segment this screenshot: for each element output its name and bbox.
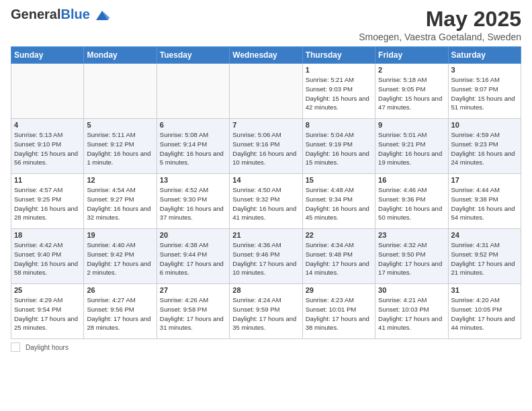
- calendar-cell: 3Sunrise: 5:16 AM Sunset: 9:07 PM Daylig…: [448, 64, 521, 119]
- day-number: 7: [232, 121, 299, 129]
- calendar-cell: 26Sunrise: 4:27 AM Sunset: 9:56 PM Dayli…: [84, 284, 157, 339]
- calendar-cell: 24Sunrise: 4:31 AM Sunset: 9:52 PM Dayli…: [448, 229, 521, 284]
- title-block: May 2025 Smoegen, Vaestra Goetaland, Swe…: [359, 7, 521, 42]
- day-number: 27: [160, 286, 226, 294]
- calendar-cell: 9Sunrise: 5:01 AM Sunset: 9:21 PM Daylig…: [375, 119, 448, 174]
- calendar-cell: 20Sunrise: 4:38 AM Sunset: 9:44 PM Dayli…: [157, 229, 229, 284]
- calendar-cell: 18Sunrise: 4:42 AM Sunset: 9:40 PM Dayli…: [11, 229, 84, 284]
- day-number: 9: [378, 121, 445, 129]
- day-info: Sunrise: 5:21 AM Sunset: 9:03 PM Dayligh…: [306, 75, 372, 112]
- day-info: Sunrise: 4:42 AM Sunset: 9:40 PM Dayligh…: [14, 240, 81, 277]
- day-number: 23: [378, 231, 445, 239]
- day-info: Sunrise: 4:26 AM Sunset: 9:58 PM Dayligh…: [160, 295, 226, 332]
- day-number: 16: [378, 176, 445, 184]
- day-info: Sunrise: 5:18 AM Sunset: 9:05 PM Dayligh…: [378, 75, 445, 112]
- logo: GeneralBlue: [11, 7, 109, 23]
- day-number: 17: [451, 176, 518, 184]
- footer-label: Daylight hours: [26, 344, 69, 351]
- day-number: 10: [451, 121, 518, 129]
- calendar-cell: 2Sunrise: 5:18 AM Sunset: 9:05 PM Daylig…: [375, 64, 448, 119]
- calendar-cell: [11, 64, 84, 119]
- day-info: Sunrise: 5:08 AM Sunset: 9:14 PM Dayligh…: [160, 130, 226, 167]
- day-number: 25: [14, 286, 81, 294]
- col-sunday: Sunday: [11, 47, 84, 64]
- day-number: 28: [232, 286, 299, 294]
- day-info: Sunrise: 5:06 AM Sunset: 9:16 PM Dayligh…: [232, 130, 299, 167]
- day-number: 30: [378, 286, 445, 294]
- calendar-cell: 27Sunrise: 4:26 AM Sunset: 9:58 PM Dayli…: [157, 284, 229, 339]
- day-number: 8: [306, 121, 372, 129]
- day-info: Sunrise: 4:44 AM Sunset: 9:38 PM Dayligh…: [451, 185, 518, 222]
- day-info: Sunrise: 4:59 AM Sunset: 9:23 PM Dayligh…: [451, 130, 518, 167]
- day-number: 3: [451, 66, 518, 74]
- day-number: 22: [306, 231, 372, 239]
- page: GeneralBlue May 2025 Smoegen, Vaestra Go…: [0, 0, 532, 411]
- day-info: Sunrise: 4:52 AM Sunset: 9:30 PM Dayligh…: [160, 185, 226, 222]
- day-number: 15: [306, 176, 372, 184]
- calendar-cell: 21Sunrise: 4:36 AM Sunset: 9:46 PM Dayli…: [230, 229, 302, 284]
- calendar-cell: 30Sunrise: 4:21 AM Sunset: 10:03 PM Dayl…: [375, 284, 448, 339]
- day-info: Sunrise: 4:32 AM Sunset: 9:50 PM Dayligh…: [378, 240, 445, 277]
- calendar-cell: 17Sunrise: 4:44 AM Sunset: 9:38 PM Dayli…: [448, 174, 521, 229]
- day-info: Sunrise: 4:46 AM Sunset: 9:36 PM Dayligh…: [378, 185, 445, 222]
- day-number: 26: [87, 286, 153, 294]
- day-info: Sunrise: 4:24 AM Sunset: 9:59 PM Dayligh…: [232, 295, 299, 332]
- calendar-week-0: 1Sunrise: 5:21 AM Sunset: 9:03 PM Daylig…: [11, 64, 521, 119]
- calendar-cell: 7Sunrise: 5:06 AM Sunset: 9:16 PM Daylig…: [230, 119, 302, 174]
- day-info: Sunrise: 4:38 AM Sunset: 9:44 PM Dayligh…: [160, 240, 226, 277]
- calendar-cell: [230, 64, 302, 119]
- calendar-cell: 31Sunrise: 4:20 AM Sunset: 10:05 PM Dayl…: [448, 284, 521, 339]
- calendar-week-2: 11Sunrise: 4:57 AM Sunset: 9:25 PM Dayli…: [11, 174, 521, 229]
- day-number: 11: [14, 176, 81, 184]
- day-info: Sunrise: 4:48 AM Sunset: 9:34 PM Dayligh…: [306, 185, 372, 222]
- day-number: 31: [451, 286, 518, 294]
- logo-blue: Blue: [60, 7, 89, 21]
- logo-general: General: [11, 7, 60, 21]
- calendar-cell: 5Sunrise: 5:11 AM Sunset: 9:12 PM Daylig…: [84, 119, 157, 174]
- day-number: 1: [306, 66, 372, 74]
- calendar-week-4: 25Sunrise: 4:29 AM Sunset: 9:54 PM Dayli…: [11, 284, 521, 339]
- day-info: Sunrise: 4:57 AM Sunset: 9:25 PM Dayligh…: [14, 185, 81, 222]
- footer: Daylight hours: [11, 342, 521, 352]
- calendar-week-3: 18Sunrise: 4:42 AM Sunset: 9:40 PM Dayli…: [11, 229, 521, 284]
- logo-icon: [95, 8, 109, 23]
- calendar-cell: 25Sunrise: 4:29 AM Sunset: 9:54 PM Dayli…: [11, 284, 84, 339]
- calendar-cell: 6Sunrise: 5:08 AM Sunset: 9:14 PM Daylig…: [157, 119, 229, 174]
- calendar-cell: [157, 64, 229, 119]
- day-info: Sunrise: 5:16 AM Sunset: 9:07 PM Dayligh…: [451, 75, 518, 112]
- location-subtitle: Smoegen, Vaestra Goetaland, Sweden: [359, 32, 521, 42]
- calendar-cell: 1Sunrise: 5:21 AM Sunset: 9:03 PM Daylig…: [302, 64, 375, 119]
- day-info: Sunrise: 4:50 AM Sunset: 9:32 PM Dayligh…: [232, 185, 299, 222]
- day-number: 2: [378, 66, 445, 74]
- col-thursday: Thursday: [302, 47, 375, 64]
- calendar-cell: 16Sunrise: 4:46 AM Sunset: 9:36 PM Dayli…: [375, 174, 448, 229]
- calendar-cell: 11Sunrise: 4:57 AM Sunset: 9:25 PM Dayli…: [11, 174, 84, 229]
- col-monday: Monday: [84, 47, 157, 64]
- calendar-cell: 10Sunrise: 4:59 AM Sunset: 9:23 PM Dayli…: [448, 119, 521, 174]
- col-saturday: Saturday: [448, 47, 521, 64]
- day-info: Sunrise: 4:23 AM Sunset: 10:01 PM Daylig…: [306, 295, 372, 332]
- day-info: Sunrise: 4:36 AM Sunset: 9:46 PM Dayligh…: [232, 240, 299, 277]
- day-info: Sunrise: 4:54 AM Sunset: 9:27 PM Dayligh…: [87, 185, 153, 222]
- day-info: Sunrise: 5:04 AM Sunset: 9:19 PM Dayligh…: [306, 130, 372, 167]
- day-number: 20: [160, 231, 226, 239]
- calendar-cell: 8Sunrise: 5:04 AM Sunset: 9:19 PM Daylig…: [302, 119, 375, 174]
- day-info: Sunrise: 4:20 AM Sunset: 10:05 PM Daylig…: [451, 295, 518, 332]
- day-number: 21: [232, 231, 299, 239]
- day-number: 5: [87, 121, 153, 129]
- calendar-cell: 13Sunrise: 4:52 AM Sunset: 9:30 PM Dayli…: [157, 174, 229, 229]
- day-info: Sunrise: 5:11 AM Sunset: 9:12 PM Dayligh…: [87, 130, 153, 167]
- day-info: Sunrise: 4:31 AM Sunset: 9:52 PM Dayligh…: [451, 240, 518, 277]
- day-number: 19: [87, 231, 153, 239]
- calendar-cell: 14Sunrise: 4:50 AM Sunset: 9:32 PM Dayli…: [230, 174, 302, 229]
- day-number: 24: [451, 231, 518, 239]
- calendar-cell: 15Sunrise: 4:48 AM Sunset: 9:34 PM Dayli…: [302, 174, 375, 229]
- day-number: 6: [160, 121, 226, 129]
- day-number: 4: [14, 121, 81, 129]
- month-title: May 2025: [359, 7, 521, 32]
- footer-box: [11, 342, 20, 352]
- day-info: Sunrise: 4:27 AM Sunset: 9:56 PM Dayligh…: [87, 295, 153, 332]
- day-info: Sunrise: 4:34 AM Sunset: 9:48 PM Dayligh…: [306, 240, 372, 277]
- day-number: 13: [160, 176, 226, 184]
- logo-text: GeneralBlue: [11, 7, 109, 23]
